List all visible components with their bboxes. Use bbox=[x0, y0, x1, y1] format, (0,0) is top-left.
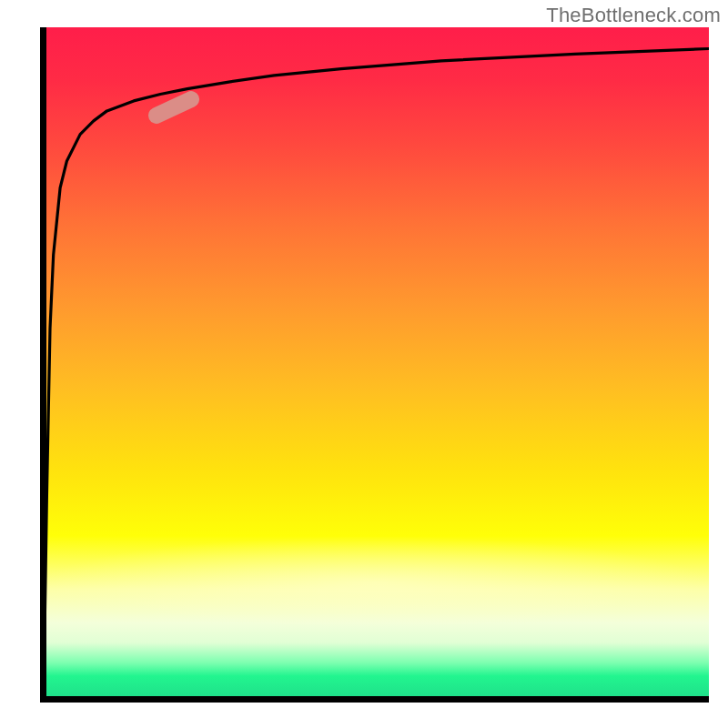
chart-stage: TheBottleneck.com bbox=[0, 0, 728, 728]
watermark-text: TheBottleneck.com bbox=[546, 4, 721, 27]
x-axis bbox=[40, 696, 709, 703]
plot-gradient-background bbox=[40, 27, 709, 696]
y-axis bbox=[40, 27, 46, 696]
